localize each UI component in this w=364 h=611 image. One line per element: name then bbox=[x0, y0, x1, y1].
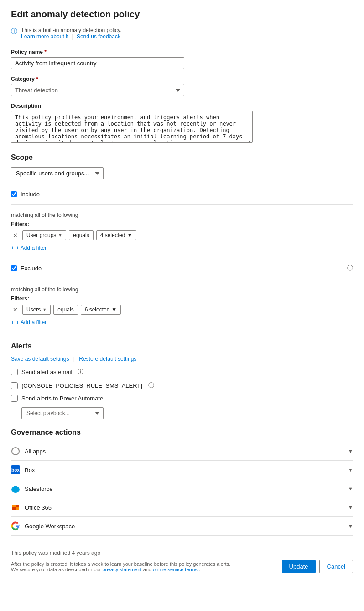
exclude-add-filter-plus-icon: + bbox=[11, 319, 14, 326]
description-group: Description This policy profiles your en… bbox=[11, 103, 353, 144]
alerts-link-separator: | bbox=[73, 356, 75, 362]
sms-label: {CONSOLE_POLICIES_RULE_SMS_ALERT} bbox=[21, 382, 143, 389]
governance-section: Governance actions All apps ▼ box Box ▼ bbox=[11, 428, 353, 536]
include-filter-row: ✕ User groups ▼ equals 4 selected ▼ bbox=[11, 230, 353, 240]
all-apps-chevron-icon: ▼ bbox=[348, 448, 353, 454]
include-filter-field[interactable]: User groups ▼ bbox=[22, 230, 66, 240]
svg-point-3 bbox=[13, 486, 18, 490]
exclude-filters-label: Filters: bbox=[11, 295, 353, 302]
send-email-row: Send alert as email ⓘ bbox=[11, 368, 353, 376]
footer-notice-line2: We secure your data as described in our … bbox=[11, 567, 230, 572]
description-label: Description bbox=[11, 103, 353, 109]
cancel-button[interactable]: Cancel bbox=[319, 560, 353, 573]
office365-icon bbox=[11, 503, 20, 512]
exclude-value-chevron: ▼ bbox=[111, 306, 117, 313]
include-row: Include bbox=[11, 188, 353, 200]
footer: This policy was modified 4 years ago Aft… bbox=[0, 545, 364, 578]
sms-checkbox[interactable] bbox=[11, 382, 18, 389]
alerts-title: Alerts bbox=[11, 342, 353, 350]
include-field-chevron: ▼ bbox=[58, 233, 62, 237]
include-filter-value[interactable]: 4 selected ▼ bbox=[96, 230, 137, 240]
office365-chevron-icon: ▼ bbox=[348, 505, 353, 510]
feedback-link[interactable]: Send us feedback bbox=[77, 33, 120, 40]
exclude-filter-operator[interactable]: equals bbox=[53, 305, 78, 315]
privacy-link[interactable]: privacy statement bbox=[102, 567, 141, 572]
governance-item-all-apps[interactable]: All apps ▼ bbox=[11, 442, 353, 461]
google-chevron-icon: ▼ bbox=[348, 523, 353, 529]
power-automate-label: Send alerts to Power Automate bbox=[21, 395, 103, 402]
update-button[interactable]: Update bbox=[282, 560, 316, 573]
power-automate-row: Send alerts to Power Automate bbox=[11, 395, 353, 402]
exclude-filter-value[interactable]: 6 selected ▼ bbox=[81, 305, 121, 315]
google-icon bbox=[11, 521, 20, 531]
link-separator: | bbox=[72, 33, 73, 40]
send-email-info-icon[interactable]: ⓘ bbox=[78, 368, 83, 376]
salesforce-icon bbox=[11, 484, 20, 493]
add-filter-plus-icon: + bbox=[11, 245, 14, 251]
learn-more-link[interactable]: Learn more about it bbox=[21, 33, 68, 40]
svg-rect-6 bbox=[16, 507, 19, 510]
exclude-section: Exclude ⓘ matching all of the following … bbox=[11, 261, 353, 328]
send-email-label: Send alert as email bbox=[21, 369, 72, 375]
info-icon: ⓘ bbox=[11, 27, 17, 36]
include-matching-text: matching all of the following bbox=[11, 212, 353, 218]
governance-item-box[interactable]: box Box ▼ bbox=[11, 461, 353, 479]
sms-alert-row: {CONSOLE_POLICIES_RULE_SMS_ALERT} ⓘ bbox=[11, 381, 353, 390]
policy-name-label: Policy name bbox=[11, 49, 353, 55]
include-add-filter-btn[interactable]: + + Add a filter bbox=[11, 244, 47, 252]
governance-item-office365[interactable]: Office 365 ▼ bbox=[11, 498, 353, 517]
include-value-chevron: ▼ bbox=[127, 232, 132, 238]
footer-notice: After the policy is created, it takes a … bbox=[11, 561, 230, 572]
exclude-filter-row: ✕ Users ▼ equals 6 selected ▼ bbox=[11, 305, 353, 315]
governance-item-google[interactable]: Google Workspace ▼ bbox=[11, 517, 353, 536]
exclude-field-chevron: ▼ bbox=[42, 307, 47, 312]
scope-dropdown-wrapper: Specific users and groups... bbox=[11, 167, 353, 179]
include-checkbox[interactable] bbox=[11, 191, 17, 197]
category-group: Category Threat detection bbox=[11, 76, 353, 96]
svg-rect-5 bbox=[12, 505, 16, 507]
exclude-matching-text: matching all of the following bbox=[11, 286, 353, 293]
restore-default-link[interactable]: Restore default settings bbox=[79, 356, 136, 362]
category-select[interactable]: Threat detection bbox=[11, 84, 184, 96]
policy-name-group: Policy name bbox=[11, 49, 353, 69]
footer-notice-line1: After the policy is created, it takes a … bbox=[11, 561, 230, 567]
policy-name-input[interactable] bbox=[11, 57, 184, 69]
box-chevron-icon: ▼ bbox=[348, 467, 353, 473]
exclude-checkbox[interactable] bbox=[11, 265, 17, 271]
exclude-filter-section: matching all of the following Filters: ✕… bbox=[11, 283, 353, 328]
office365-label: Office 365 bbox=[25, 504, 52, 511]
exclude-filter-remove-btn[interactable]: ✕ bbox=[11, 306, 20, 314]
salesforce-label: Salesforce bbox=[25, 485, 52, 492]
page-title: Edit anomaly detection policy bbox=[11, 9, 353, 20]
include-label: Include bbox=[21, 191, 40, 198]
all-apps-icon bbox=[11, 447, 20, 456]
playbook-select[interactable]: Select playbook... bbox=[21, 407, 104, 419]
category-label: Category bbox=[11, 76, 353, 82]
exclude-add-filter-btn[interactable]: + + Add a filter bbox=[11, 318, 47, 327]
sms-info-icon[interactable]: ⓘ bbox=[148, 381, 154, 390]
exclude-info-icon[interactable]: ⓘ bbox=[347, 264, 353, 272]
scope-select[interactable]: Specific users and groups... bbox=[11, 167, 104, 179]
include-filter-section: matching all of the following Filters: ✕… bbox=[11, 208, 353, 254]
salesforce-chevron-icon: ▼ bbox=[348, 486, 353, 491]
save-default-link[interactable]: Save as default settings bbox=[11, 356, 69, 362]
terms-link[interactable]: online service terms bbox=[153, 567, 198, 572]
exclude-row: Exclude ⓘ bbox=[11, 261, 353, 275]
include-filter-operator[interactable]: equals bbox=[69, 230, 93, 240]
info-banner-text: This is a built-in anomaly detection pol… bbox=[21, 27, 122, 33]
governance-title: Governance actions bbox=[11, 428, 353, 437]
description-textarea[interactable]: This policy profiles your environment an… bbox=[11, 111, 253, 143]
footer-bottom: After the policy is created, it takes a … bbox=[11, 560, 353, 573]
send-email-checkbox[interactable] bbox=[11, 369, 18, 375]
box-label: Box bbox=[25, 467, 35, 474]
box-icon: box bbox=[11, 465, 20, 474]
include-filters-label: Filters: bbox=[11, 221, 353, 227]
alerts-links: Save as default settings | Restore defau… bbox=[11, 356, 353, 362]
exclude-filter-field[interactable]: Users ▼ bbox=[22, 305, 51, 315]
footer-actions: Update Cancel bbox=[282, 560, 353, 573]
all-apps-label: All apps bbox=[25, 448, 46, 455]
governance-item-salesforce[interactable]: Salesforce ▼ bbox=[11, 479, 353, 498]
include-filter-remove-btn[interactable]: ✕ bbox=[11, 231, 20, 240]
scope-title: Scope bbox=[11, 153, 353, 162]
power-automate-checkbox[interactable] bbox=[11, 395, 18, 402]
